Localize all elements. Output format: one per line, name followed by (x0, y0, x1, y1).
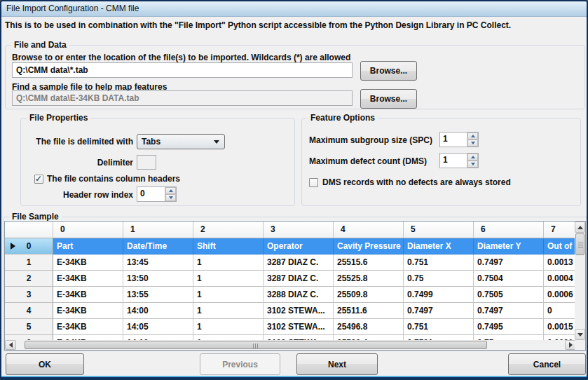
next-button[interactable]: Next (296, 353, 378, 375)
grid-row[interactable]: 6E-34KB14:1013102 STEWA...25520.40.75010… (5, 335, 585, 340)
location-input[interactable] (12, 62, 353, 78)
vertical-scrollbar[interactable] (575, 222, 585, 340)
grid-cell[interactable]: Diameter Y (474, 238, 544, 255)
grid-cell[interactable]: 0.7497 (474, 303, 544, 319)
horizontal-scroll-thumb[interactable] (25, 341, 487, 349)
grid-row[interactable]: 4E-34KB14:0013102 STEWA...25511.60.74970… (5, 303, 585, 319)
grid-row[interactable]: 5E-34KB14:0513102 STEWA...25496.80.7510.… (5, 319, 585, 335)
grid-cell[interactable]: 0.751 (404, 255, 474, 271)
grid-corner-cell[interactable] (5, 222, 53, 238)
grid-cell[interactable]: 3287 DIAZ C. (264, 255, 334, 271)
grid-cell[interactable]: 0.7497 (404, 303, 474, 319)
row-header[interactable]: 1 (5, 255, 53, 271)
column-header[interactable]: 4 (334, 222, 404, 238)
row-header[interactable]: 2 (5, 271, 53, 287)
previous-button[interactable]: Previous (200, 353, 280, 375)
grid-row-selected[interactable]: 0PartDate/TimeShiftOperatorCavity Pressu… (5, 238, 585, 255)
grid-cell[interactable]: Date/Time (123, 238, 193, 255)
grid-cell[interactable]: E-34KB (53, 319, 123, 335)
grid-cell[interactable]: 0.75 (404, 271, 474, 287)
ok-button[interactable]: OK (6, 353, 84, 375)
grid-cell[interactable]: 13:45 (123, 255, 193, 271)
spin-up-icon[interactable] (467, 154, 478, 161)
dms-spinner[interactable]: 1 (439, 153, 479, 168)
grid-cell[interactable]: 0.7505 (474, 287, 544, 303)
grid-cell[interactable]: 0.7501 (404, 335, 474, 340)
cancel-button[interactable]: Cancel (508, 353, 586, 375)
scroll-down-icon[interactable] (575, 329, 585, 340)
grid-cell[interactable]: 3288 DIAZ C. (264, 287, 334, 303)
grid-cell[interactable]: Operator (264, 238, 334, 255)
spin-down-icon[interactable] (467, 161, 478, 168)
row-header[interactable]: 0 (5, 238, 53, 255)
grid-row[interactable]: 2E-34KB13:5013287 DIAZ C.25525.80.750.75… (5, 271, 585, 287)
grid-cell[interactable]: 1 (193, 287, 264, 303)
grid-cell[interactable]: 1 (193, 335, 264, 340)
spin-up-icon[interactable] (467, 133, 478, 140)
grid-cell[interactable]: E-34KB (53, 287, 123, 303)
grid-cell[interactable]: 25525.8 (334, 271, 404, 287)
grid-cell[interactable]: 25511.6 (334, 303, 404, 319)
scroll-left-icon[interactable] (5, 340, 16, 350)
grid-cell[interactable]: Cavity Pressure (334, 238, 404, 255)
grid-cell[interactable]: 0.7497 (474, 255, 544, 271)
grid-cell[interactable]: 3287 DIAZ C. (264, 271, 334, 287)
grid-cell[interactable]: 3102 STEWA... (264, 319, 334, 335)
grid-cell[interactable]: 25509.8 (334, 287, 404, 303)
grid-cell[interactable]: E-34KB (53, 303, 123, 319)
grid-cell[interactable]: 25496.8 (334, 319, 404, 335)
browse-sample-button[interactable]: Browse... (360, 89, 417, 109)
grid-cell[interactable]: E-34KB (53, 255, 123, 271)
grid-cell[interactable]: 14:10 (123, 335, 193, 340)
horizontal-scrollbar[interactable] (5, 340, 576, 350)
grid-cell[interactable]: 0.7499 (404, 287, 474, 303)
vertical-scroll-thumb[interactable] (575, 233, 584, 255)
column-header[interactable]: 0 (53, 222, 123, 238)
grid-cell[interactable]: 0.75 (474, 335, 544, 340)
column-header[interactable]: 5 (404, 222, 474, 238)
grid-cell[interactable]: 0.7504 (474, 271, 544, 287)
grid-cell[interactable]: 1 (193, 271, 264, 287)
row-header[interactable]: 6 (5, 335, 53, 340)
scroll-up-icon[interactable] (575, 222, 585, 233)
grid-cell[interactable]: 1 (193, 319, 264, 335)
column-header[interactable]: 6 (474, 222, 544, 238)
grid-cell[interactable]: 1 (193, 255, 264, 271)
header-row-spinner[interactable]: 0 (137, 186, 177, 202)
grid-cell[interactable]: 14:05 (123, 319, 193, 335)
row-header[interactable]: 5 (5, 319, 53, 335)
spc-spinner[interactable]: 1 (439, 132, 479, 147)
contains-headers-checkbox[interactable]: ✓ (34, 175, 43, 184)
grid-cell[interactable]: E-34KB (53, 335, 123, 340)
grid-cell[interactable]: 1 (193, 303, 264, 319)
grid-cell[interactable]: Shift (193, 238, 264, 255)
browse-location-button[interactable]: Browse... (360, 61, 417, 81)
grid-row[interactable]: 3E-34KB13:5513288 DIAZ C.25509.80.74990.… (5, 287, 585, 303)
spin-down-icon[interactable] (165, 194, 176, 201)
column-header[interactable]: 2 (193, 222, 264, 238)
grid-cell[interactable]: E-34KB (53, 271, 123, 287)
grid-cell[interactable]: 3102 STEWA... (264, 303, 334, 319)
grid-cell[interactable]: 0.7495 (474, 319, 544, 335)
row-header[interactable]: 3 (5, 287, 53, 303)
grid-cell[interactable]: 13:50 (123, 271, 193, 287)
grid-cell[interactable]: 14:00 (123, 303, 193, 319)
column-header[interactable]: 3 (264, 222, 334, 238)
dms-stored-checkbox[interactable]: ✓ (309, 178, 318, 187)
delimiter-input[interactable] (137, 155, 156, 170)
row-header[interactable]: 4 (5, 303, 53, 319)
spin-up-icon[interactable] (165, 187, 176, 194)
sample-file-input[interactable] (12, 90, 353, 106)
grid-cell[interactable]: 3102 STEWA... (264, 335, 334, 340)
grid-cell[interactable]: 25520.4 (334, 335, 404, 340)
grid-cell[interactable]: 0.751 (404, 319, 474, 335)
spin-down-icon[interactable] (467, 140, 478, 147)
grid-cell[interactable]: Diameter X (404, 238, 474, 255)
delimiter-type-dropdown[interactable]: Tabs (137, 134, 225, 149)
column-header[interactable]: 1 (123, 222, 193, 238)
grid-cell[interactable]: 25515.6 (334, 255, 404, 271)
grid-cell[interactable]: 13:55 (123, 287, 193, 303)
grid-row[interactable]: 1E-34KB13:4513287 DIAZ C.25515.60.7510.7… (5, 255, 585, 271)
title-bar[interactable]: File Import Configuration - CMM file (1, 1, 587, 17)
grid-cell[interactable]: Part (53, 238, 123, 255)
